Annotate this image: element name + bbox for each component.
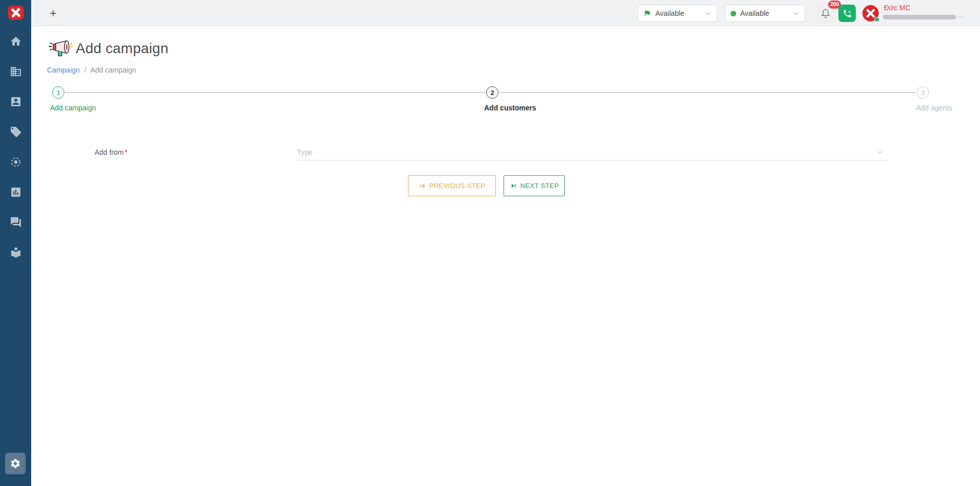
step-1-circle[interactable]: 1 xyxy=(52,86,64,99)
chevron-down-icon xyxy=(792,10,800,17)
next-step-label: NEXT STEP xyxy=(520,182,559,190)
required-asterisk: * xyxy=(125,148,127,156)
notifications-button[interactable]: 200 xyxy=(816,4,835,23)
sidebar-item-tags[interactable] xyxy=(10,126,22,138)
page-title: Add campaign xyxy=(76,40,168,57)
status-dropdown-label: Available xyxy=(655,9,685,17)
page-header: Add campaign xyxy=(47,37,168,60)
phone-button[interactable] xyxy=(838,5,856,22)
sidebar-item-library[interactable] xyxy=(10,246,22,259)
skip-previous-icon xyxy=(419,182,426,190)
previous-step-label: PREVIOUS STEP xyxy=(429,182,486,190)
sidebar-item-contacts[interactable] xyxy=(10,96,22,108)
add-from-select xyxy=(297,145,888,160)
presence-dot-icon xyxy=(731,11,736,16)
user-name[interactable]: Đức MC xyxy=(884,4,910,12)
next-step-button[interactable]: NEXT STEP xyxy=(504,175,565,196)
brand-x-icon xyxy=(7,4,25,21)
redacted-user-detail xyxy=(883,15,956,19)
online-status-dot xyxy=(874,17,879,22)
skip-next-icon xyxy=(510,182,517,190)
company-icon xyxy=(10,65,22,78)
step-3-label[interactable]: Add agents xyxy=(916,104,952,112)
type-select-input[interactable] xyxy=(297,145,888,160)
status-dropdown-presence[interactable]: Available xyxy=(725,5,805,22)
main-content: Add campaign Campaign / Add campaign 1 2… xyxy=(31,26,980,486)
sidebar-item-settings[interactable] xyxy=(5,453,26,474)
bell-icon xyxy=(820,8,831,19)
sidebar-item-company[interactable] xyxy=(10,65,22,78)
add-from-label: Add from* xyxy=(95,148,127,156)
breadcrumb: Campaign / Add campaign xyxy=(47,66,136,74)
breadcrumb-campaign-link[interactable]: Campaign xyxy=(47,66,80,74)
library-icon xyxy=(10,246,22,259)
megaphone-icon xyxy=(47,37,73,60)
sidebar-item-reports[interactable] xyxy=(10,186,22,198)
stepper: 1 2 3 Add campaign Add customers Add age… xyxy=(31,86,980,117)
new-tab-button[interactable]: + xyxy=(47,7,60,20)
flag-icon xyxy=(643,9,651,17)
step-1-label[interactable]: Add campaign xyxy=(50,104,96,112)
tag-icon xyxy=(10,126,22,138)
sidebar-item-home[interactable] xyxy=(10,35,22,48)
previous-step-button[interactable]: PREVIOUS STEP xyxy=(408,175,496,196)
target-icon xyxy=(10,156,22,168)
contacts-icon xyxy=(10,96,22,108)
step-2-circle[interactable]: 2 xyxy=(486,86,498,99)
reports-icon xyxy=(10,186,22,198)
gear-icon xyxy=(10,458,21,469)
status-dropdown-label: Available xyxy=(740,9,769,17)
chevron-down-icon xyxy=(704,10,712,17)
app-logo[interactable] xyxy=(7,4,25,21)
step-2-label[interactable]: Add customers xyxy=(484,104,536,112)
avatar[interactable] xyxy=(862,5,879,21)
truncation-dots: ... xyxy=(958,11,965,19)
step-3-circle[interactable]: 3 xyxy=(917,86,929,99)
sidebar-item-target[interactable] xyxy=(10,156,22,168)
breadcrumb-separator: / xyxy=(84,66,86,74)
topbar: + Available Available 200 Đức MC ... xyxy=(31,0,980,26)
sidebar-nav xyxy=(10,35,22,259)
phone-icon xyxy=(842,9,852,18)
sidebar xyxy=(0,0,31,486)
sidebar-item-chat[interactable] xyxy=(10,216,22,228)
status-dropdown-flag[interactable]: Available xyxy=(637,5,717,22)
add-from-label-text: Add from xyxy=(95,148,124,156)
step-connector xyxy=(65,92,485,93)
chat-icon xyxy=(10,216,22,228)
step-connector xyxy=(499,92,916,93)
home-icon xyxy=(10,35,22,48)
breadcrumb-current: Add campaign xyxy=(90,66,136,74)
